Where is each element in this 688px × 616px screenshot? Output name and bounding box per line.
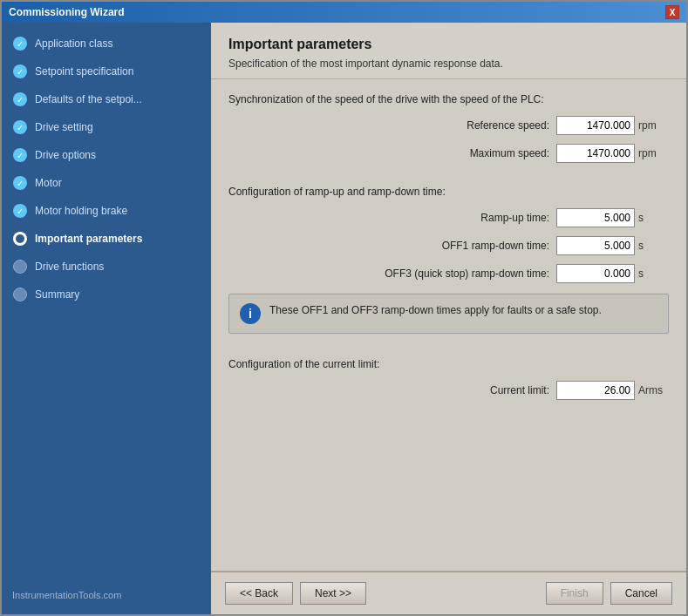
main-body: Synchronization of the speed of the driv… xyxy=(211,79,686,571)
sidebar: ✓ Application class ✓ Setpoint specifica… xyxy=(2,23,211,614)
page-title: Important parameters xyxy=(228,37,669,52)
footer-left: << Back Next >> xyxy=(225,582,366,605)
content-area: ✓ Application class ✓ Setpoint specifica… xyxy=(2,23,686,614)
main-header: Important parameters Specification of th… xyxy=(211,23,686,79)
finish-button[interactable]: Finish xyxy=(546,582,603,605)
commissioning-wizard-window: Commissioning Wizard X ✓ Application cla… xyxy=(0,0,688,616)
check-icon-drive-options: ✓ xyxy=(12,147,28,163)
close-button[interactable]: X xyxy=(665,5,679,19)
sidebar-item-setpoint-specification[interactable]: ✓ Setpoint specification xyxy=(2,58,211,85)
sync-section-label: Synchronization of the speed of the driv… xyxy=(228,93,669,105)
sidebar-item-drive-setting[interactable]: ✓ Drive setting xyxy=(2,113,211,141)
sidebar-item-important-parameters[interactable]: Important parameters xyxy=(2,225,211,253)
sidebar-label-motor: Motor xyxy=(35,177,62,189)
info-box: i These OFF1 and OFF3 ramp-down times ap… xyxy=(228,294,669,334)
current-limit-row: Current limit: Arms xyxy=(228,381,669,400)
off1-input[interactable] xyxy=(556,236,635,255)
sidebar-item-drive-functions[interactable]: Drive functions xyxy=(2,253,211,281)
sidebar-label-summary: Summary xyxy=(35,288,79,301)
sidebar-label-drive-setting: Drive setting xyxy=(35,121,93,133)
sidebar-item-motor[interactable]: ✓ Motor xyxy=(2,169,211,197)
check-icon-setpoint-specification: ✓ xyxy=(12,64,28,79)
check-icon-drive-setting: ✓ xyxy=(12,119,28,135)
active-icon-important-parameters xyxy=(12,231,28,247)
off3-input[interactable] xyxy=(556,264,635,283)
watermark: InstrumentationTools.com xyxy=(2,583,211,607)
ramp-up-label: Ramp-up time: xyxy=(480,212,549,224)
sidebar-label-motor-holding-brake: Motor holding brake xyxy=(35,205,127,217)
cancel-button[interactable]: Cancel xyxy=(610,582,672,605)
ramp-section-label: Configuration of ramp-up and ramp-down t… xyxy=(228,186,669,198)
sidebar-item-application-class[interactable]: ✓ Application class xyxy=(2,30,211,58)
current-section-label: Configuration of the current limit: xyxy=(228,358,669,370)
check-icon-motor: ✓ xyxy=(12,175,28,191)
page-subtitle: Specification of the most important dyna… xyxy=(228,58,669,70)
maximum-speed-input[interactable] xyxy=(556,144,635,163)
current-limit-unit: Arms xyxy=(638,384,669,396)
ramp-up-row: Ramp-up time: s xyxy=(228,208,669,227)
off1-label: OFF1 ramp-down time: xyxy=(442,240,549,252)
current-limit-input[interactable] xyxy=(556,381,635,400)
ramp-up-input[interactable] xyxy=(556,208,635,227)
off3-unit: s xyxy=(638,267,669,280)
window-title: Commissioning Wizard xyxy=(9,6,125,18)
sidebar-item-motor-holding-brake[interactable]: ✓ Motor holding brake xyxy=(2,197,211,225)
sidebar-label-drive-functions: Drive functions xyxy=(35,261,104,273)
check-icon-application-class: ✓ xyxy=(12,36,28,51)
footer: << Back Next >> Finish Cancel xyxy=(211,571,686,614)
reference-speed-label: Reference speed: xyxy=(467,119,549,132)
maximum-speed-unit: rpm xyxy=(638,147,669,159)
back-button[interactable]: << Back xyxy=(225,582,293,605)
ramp-up-unit: s xyxy=(638,212,669,224)
main-content: Important parameters Specification of th… xyxy=(211,23,686,614)
off3-row: OFF3 (quick stop) ramp-down time: s xyxy=(228,264,669,283)
footer-right: Finish Cancel xyxy=(546,582,672,605)
off3-label: OFF3 (quick stop) ramp-down time: xyxy=(385,267,549,280)
sidebar-item-drive-options[interactable]: ✓ Drive options xyxy=(2,141,211,169)
reference-speed-unit: rpm xyxy=(638,119,669,132)
off1-unit: s xyxy=(638,240,669,252)
sidebar-label-setpoint-specification: Setpoint specification xyxy=(35,65,133,78)
title-bar: Commissioning Wizard X xyxy=(2,2,686,23)
reference-speed-row: Reference speed: rpm xyxy=(228,116,669,135)
info-icon: i xyxy=(240,303,261,324)
empty-icon-drive-functions xyxy=(12,259,28,274)
check-icon-motor-holding-brake: ✓ xyxy=(12,203,28,219)
empty-icon-summary xyxy=(12,287,28,302)
info-text: These OFF1 and OFF3 ramp-down times appl… xyxy=(269,303,602,318)
sidebar-label-important-parameters: Important parameters xyxy=(35,233,142,245)
sidebar-item-defaults-setpoint[interactable]: ✓ Defaults of the setpoi... xyxy=(2,85,211,113)
maximum-speed-label: Maximum speed: xyxy=(470,147,549,159)
next-button[interactable]: Next >> xyxy=(300,582,366,605)
check-icon-defaults-setpoint: ✓ xyxy=(12,91,28,107)
off1-row: OFF1 ramp-down time: s xyxy=(228,236,669,255)
sidebar-label-application-class: Application class xyxy=(35,37,112,50)
sidebar-label-drive-options: Drive options xyxy=(35,149,96,161)
maximum-speed-row: Maximum speed: rpm xyxy=(228,144,669,163)
current-limit-label: Current limit: xyxy=(490,384,549,396)
sidebar-label-defaults-setpoint: Defaults of the setpoi... xyxy=(35,93,142,105)
sidebar-item-summary[interactable]: Summary xyxy=(2,281,211,308)
reference-speed-input[interactable] xyxy=(556,116,635,135)
